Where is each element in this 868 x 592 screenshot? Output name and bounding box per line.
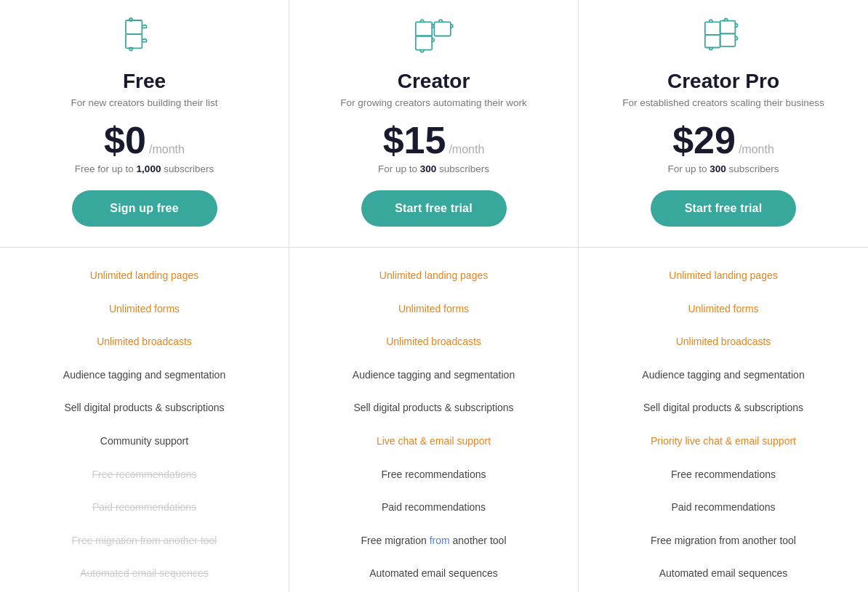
feature-item: Audience tagging and segmentation [301, 359, 566, 392]
feature-item: Free migration from another tool [301, 524, 566, 558]
svg-rect-6 [705, 35, 720, 48]
feature-item: Paid recommendations [12, 491, 277, 524]
plan-features-creator-pro: Unlimited landing pages Unlimited forms … [579, 248, 868, 592]
feature-item: Live chat & email support [301, 425, 566, 458]
feature-item: Paid recommendations [590, 491, 856, 524]
feature-item: Unlimited landing pages [12, 259, 277, 293]
svg-rect-0 [126, 20, 142, 34]
feature-text: Unlimited landing pages [90, 269, 198, 281]
feature-text: Unlimited forms [109, 303, 180, 315]
feature-item: Automated email sequences [301, 557, 566, 591]
svg-rect-5 [705, 22, 720, 35]
plan-price-free: $0 [104, 121, 146, 159]
plan-price-row-creator-pro: $29 /month [672, 121, 774, 159]
plan-header-creator-pro: Creator Pro For established creators sca… [579, 0, 868, 248]
feature-text: Free migration from another tool [361, 535, 507, 546]
feature-item: Unlimited broadcasts [301, 325, 566, 359]
plan-subscribers-creator-pro: For up to 300 subscribers [667, 163, 779, 174]
plan-price-row-free: $0 /month [104, 121, 185, 159]
feature-text: Unlimited broadcasts [97, 336, 192, 347]
svg-rect-4 [434, 22, 450, 36]
feature-text: Unlimited forms [398, 303, 469, 315]
feature-text: Free recommendations [92, 469, 197, 480]
feature-text: Automated email sequences [80, 567, 209, 579]
plan-name-free: Free [123, 70, 166, 93]
feature-item: Free recommendations [301, 458, 566, 492]
feature-item: Free recommendations [590, 458, 856, 492]
feature-text: Paid recommendations [382, 501, 486, 513]
feature-text: Sell digital products & subscriptions [643, 402, 803, 413]
plan-header-free: Free For new creators building their lis… [0, 0, 289, 248]
feature-text: Live chat & email support [377, 435, 491, 447]
feature-text: Unlimited landing pages [669, 269, 777, 281]
svg-rect-1 [126, 34, 142, 48]
feature-item: Community support [12, 425, 277, 458]
plan-price-creator: $15 [383, 121, 446, 159]
feature-item: Automated email sequences [12, 557, 277, 591]
feature-item: Free migration from another tool [590, 524, 856, 558]
plan-subtitle-creator-pro: For established creators scaling their b… [622, 97, 824, 108]
feature-text: Automated email sequences [369, 567, 498, 579]
feature-text: Unlimited broadcasts [676, 336, 771, 347]
feature-text: Automated email sequences [659, 567, 788, 579]
feature-text: Free recommendations [382, 469, 486, 480]
plan-cta-button-creator[interactable]: Start free trial [361, 190, 507, 227]
plan-icon-creator [412, 17, 456, 61]
feature-item: Audience tagging and segmentation [12, 359, 277, 392]
plan-column-free: Free For new creators building their lis… [0, 0, 289, 592]
pricing-table: Free For new creators building their lis… [0, 0, 868, 592]
plan-subtitle-free: For new creators building their list [71, 97, 218, 108]
plan-price-row-creator: $15 /month [383, 121, 485, 159]
svg-rect-7 [720, 21, 736, 34]
feature-item: Free recommendations [12, 458, 277, 492]
feature-text: Free migration from another tool [651, 535, 796, 546]
plan-features-free: Unlimited landing pages Unlimited forms … [0, 248, 289, 592]
plan-period-creator: /month [449, 143, 484, 156]
plan-period-free: /month [149, 143, 185, 156]
feature-item: Sell digital products & subscriptions [590, 392, 856, 425]
feature-item: Unlimited landing pages [301, 259, 566, 293]
feature-text: Priority live chat & email support [651, 435, 796, 447]
plan-period-creator-pro: /month [739, 143, 774, 156]
plan-cta-button-creator-pro[interactable]: Start free trial [651, 190, 796, 227]
svg-rect-3 [415, 36, 431, 50]
feature-item: Free migration from another tool [12, 524, 277, 558]
plan-subtitle-creator: For growing creators automating their wo… [340, 97, 527, 108]
feature-text: Unlimited broadcasts [386, 336, 481, 347]
plan-header-creator: Creator For growing creators automating … [289, 0, 578, 248]
plan-icon-free [123, 17, 166, 61]
feature-item: Unlimited forms [590, 293, 856, 326]
feature-text: Paid recommendations [671, 501, 775, 513]
plan-column-creator-pro: Creator Pro For established creators sca… [579, 0, 868, 592]
plan-name-creator: Creator [398, 70, 470, 93]
feature-item: Sell digital products & subscriptions [12, 392, 277, 425]
feature-item: Sell digital products & subscriptions [301, 392, 566, 425]
plan-cta-button-free[interactable]: Sign up free [72, 190, 217, 227]
feature-text: Unlimited landing pages [379, 269, 488, 281]
feature-text: Audience tagging and segmentation [642, 369, 804, 381]
feature-text: Sell digital products & subscriptions [353, 402, 513, 413]
feature-text: Audience tagging and segmentation [353, 369, 515, 381]
plan-icon-creator-pro [702, 17, 745, 61]
feature-item: Priority live chat & email support [590, 425, 856, 458]
feature-item: Unlimited broadcasts [590, 325, 856, 359]
svg-rect-8 [720, 33, 736, 46]
feature-text: Community support [100, 435, 188, 447]
feature-text: Free migration from another tool [72, 535, 217, 546]
feature-text: Free recommendations [671, 469, 776, 480]
feature-item: Unlimited landing pages [590, 259, 856, 293]
feature-text: Paid recommendations [92, 501, 196, 513]
svg-rect-2 [415, 22, 431, 36]
feature-text: Audience tagging and segmentation [63, 369, 225, 381]
plan-features-creator: Unlimited landing pages Unlimited forms … [289, 248, 578, 592]
feature-item: Unlimited forms [12, 293, 277, 326]
feature-item: Automated email sequences [590, 557, 856, 591]
feature-text: Sell digital products & subscriptions [64, 402, 224, 413]
plan-name-creator-pro: Creator Pro [667, 70, 779, 93]
plan-column-creator: Creator For growing creators automating … [289, 0, 579, 592]
plan-subscribers-creator: For up to 300 subscribers [378, 163, 489, 174]
feature-text: Unlimited forms [688, 303, 758, 315]
feature-item: Unlimited broadcasts [12, 325, 277, 359]
feature-item: Audience tagging and segmentation [590, 359, 856, 392]
feature-item: Paid recommendations [301, 491, 566, 524]
